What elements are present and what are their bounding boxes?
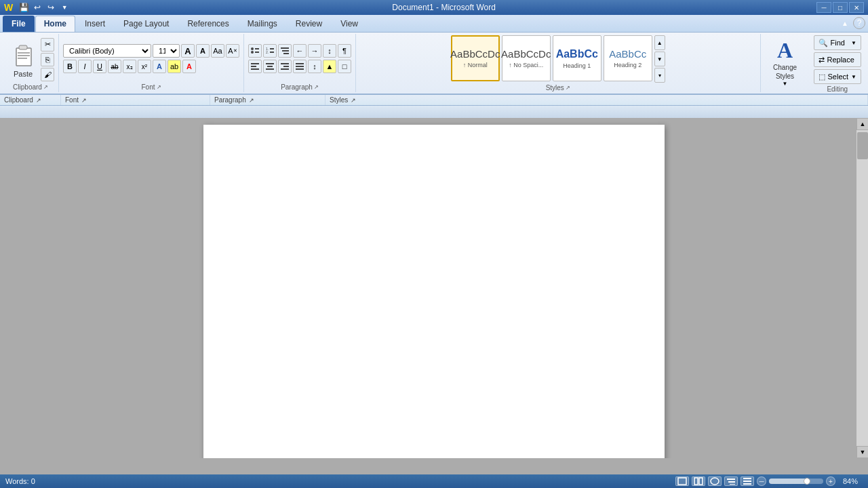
quick-redo[interactable]: ↪ (44, 1, 58, 14)
full-reading-button[interactable] (692, 476, 705, 486)
paragraph-section-expand[interactable]: ↗ (249, 97, 254, 104)
strikethrough-button[interactable]: ab (108, 60, 121, 73)
outline-view-button[interactable] (724, 476, 738, 486)
styles-section-expand[interactable]: ↗ (351, 97, 356, 104)
print-view-button[interactable] (675, 476, 689, 486)
minimize-button[interactable]: ─ (816, 2, 831, 13)
style-heading1-name: Heading 1 (563, 62, 591, 69)
select-arrow: ▼ (851, 74, 856, 80)
justify-button[interactable] (293, 60, 307, 73)
draft-view-button[interactable] (741, 476, 754, 486)
align-right-button[interactable] (278, 60, 292, 73)
underline-button[interactable]: U (93, 60, 106, 73)
shading-button[interactable]: ▲ (323, 60, 336, 73)
scroll-down-arrow[interactable]: ▼ (856, 446, 868, 458)
style-heading2-preview: AaBbCc (609, 48, 646, 60)
increase-indent-button[interactable]: → (308, 44, 321, 58)
superscript-button[interactable]: x² (138, 60, 151, 73)
style-nospace-preview: AaBbCcDc (501, 48, 551, 60)
italic-button[interactable]: I (78, 60, 92, 73)
quick-save[interactable]: 💾 (17, 1, 31, 14)
change-styles-label: ChangeStyles (773, 63, 797, 81)
tab-home[interactable]: Home (35, 16, 75, 32)
tab-review[interactable]: Review (287, 16, 331, 32)
svg-rect-16 (251, 63, 259, 64)
tab-view[interactable]: View (332, 16, 367, 32)
paragraph-expand[interactable]: ↗ (314, 84, 319, 90)
bullets-button[interactable] (248, 44, 262, 58)
styles-scroll-up[interactable]: ▲ (654, 35, 665, 50)
font-size-select[interactable]: 11 (153, 44, 180, 58)
font-name-select[interactable]: Calibri (Body) (63, 44, 151, 58)
web-view-button[interactable] (708, 476, 722, 486)
quick-undo[interactable]: ↩ (31, 1, 44, 14)
find-button[interactable]: 🔍 Find ▼ (814, 35, 862, 50)
scroll-up-arrow[interactable]: ▲ (856, 118, 868, 130)
tab-pagelayout[interactable]: Page Layout (115, 16, 178, 32)
svg-rect-2 (18, 52, 30, 54)
replace-button[interactable]: ⇄ Replace (814, 52, 862, 67)
svg-rect-27 (296, 68, 304, 70)
quick-more[interactable]: ▼ (58, 1, 71, 14)
increase-font-button[interactable]: A (181, 44, 195, 58)
svg-rect-1 (19, 45, 27, 49)
svg-rect-29 (678, 478, 686, 485)
font-section-expand[interactable]: ↗ (81, 97, 87, 104)
scroll-thumb[interactable] (857, 132, 868, 159)
style-nospace[interactable]: AaBbCcDc ↑ No Spaci... (502, 35, 551, 81)
decrease-font-button[interactable]: A (196, 44, 210, 58)
style-normal[interactable]: AaBbCcDc ↑ Normal (451, 35, 500, 81)
numbering-icon: 1.2. (265, 46, 275, 56)
tab-file[interactable]: File (3, 16, 35, 32)
paste-icon (11, 41, 35, 68)
font-expand[interactable]: ↗ (157, 84, 161, 90)
align-center-button[interactable] (263, 60, 277, 73)
svg-text:2.: 2. (266, 50, 269, 54)
text-effects-button[interactable]: A (153, 60, 166, 73)
cut-button[interactable]: ✂ (41, 38, 54, 52)
bold-button[interactable]: B (63, 60, 77, 73)
change-styles-button[interactable]: A ChangeStyles ▼ (765, 35, 806, 89)
sort-button[interactable]: ↕ (323, 44, 336, 58)
subscript-button[interactable]: x₂ (123, 60, 136, 73)
svg-rect-22 (281, 63, 289, 64)
style-heading1[interactable]: AaBbCc Heading 1 (553, 35, 601, 81)
zoom-out-button[interactable]: ─ (757, 476, 766, 486)
styles-expand[interactable]: ↗ (566, 85, 570, 91)
show-para-button[interactable]: ¶ (338, 44, 351, 58)
decrease-indent-button[interactable]: ← (293, 44, 307, 58)
tab-insert[interactable]: Insert (76, 16, 114, 32)
format-painter-button[interactable]: 🖌 (41, 68, 54, 81)
align-left-button[interactable] (248, 60, 262, 73)
ruler-svg (0, 106, 868, 118)
zoom-in-button[interactable]: + (826, 476, 835, 486)
clipboard-section-expand[interactable]: ↗ (36, 97, 41, 104)
copy-button[interactable]: ⎘ (41, 53, 54, 66)
highlight-button[interactable]: ab (167, 60, 181, 73)
tab-mailings[interactable]: Mailings (239, 16, 286, 32)
paste-button[interactable]: Paste (7, 39, 39, 79)
restore-button[interactable]: □ (833, 2, 848, 13)
tab-references[interactable]: References (178, 16, 237, 32)
line-spacing-button[interactable]: ↕ (308, 60, 321, 73)
ribbon-collapse[interactable]: ▲ (838, 17, 852, 29)
document-page[interactable] (203, 125, 665, 458)
change-case-button[interactable]: Aa (211, 44, 224, 58)
borders-button[interactable]: □ (338, 60, 351, 73)
window-title: Document1 - Microsoft Word (71, 3, 816, 12)
multilevel-button[interactable] (278, 44, 292, 58)
close-button[interactable]: ✕ (849, 2, 864, 13)
multilevel-icon (280, 46, 290, 56)
styles-more[interactable]: ▾ (654, 68, 665, 83)
help-button[interactable]: ? (853, 17, 865, 29)
svg-rect-0 (16, 48, 31, 66)
select-button[interactable]: ⬚ Select ▼ (814, 69, 862, 84)
styles-scroll-down[interactable]: ▼ (654, 52, 665, 66)
numbering-button[interactable]: 1.2. (263, 44, 277, 58)
zoom-slider[interactable] (769, 479, 823, 484)
clear-format-button[interactable]: A✕ (226, 44, 239, 58)
font-color-button[interactable]: A (182, 60, 196, 73)
style-heading2[interactable]: AaBbCc Heading 2 (604, 35, 652, 81)
clipboard-expand[interactable]: ↗ (43, 84, 48, 90)
font-group: Calibri (Body) 11 A A Aa A✕ B I U ab x₂ (59, 34, 244, 92)
